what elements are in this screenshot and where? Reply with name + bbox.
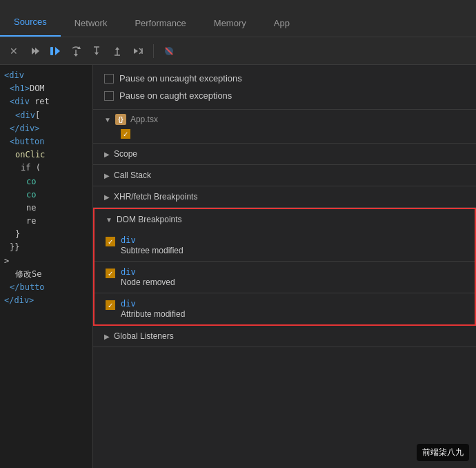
step-over-icon[interactable]: [68, 43, 84, 59]
global-listeners-arrow-icon: ▶: [104, 333, 110, 340]
watermark: 前端柒八九: [417, 444, 469, 461]
callstack-section-title: Call Stack: [114, 170, 151, 180]
scope-section-header[interactable]: ▶ Scope: [93, 144, 476, 165]
main-content: <div <h1>DOM <div ret <div[ </div> <butt…: [0, 65, 476, 468]
svg-marker-13: [134, 48, 138, 54]
code-line: <button: [0, 135, 92, 148]
pause-uncaught-checkbox[interactable]: Pause on uncaught exceptions: [104, 73, 465, 84]
breakpoint-item-1: ✓ div Node removed: [95, 261, 475, 293]
step-out-icon[interactable]: [109, 43, 126, 59]
file-checkbox-checked[interactable]: ✓: [121, 129, 130, 139]
tab-bar: Sources Network Performance Memory App: [0, 0, 476, 37]
code-line: 修改Se: [0, 268, 92, 281]
resume-icon[interactable]: [47, 43, 63, 59]
dom-breakpoints-title: DOM Breakpoints: [117, 215, 182, 224]
callstack-section-header[interactable]: ▶ Call Stack: [93, 165, 476, 186]
checkbox-caught[interactable]: [104, 91, 114, 101]
code-line: re: [0, 215, 92, 228]
code-line: co: [0, 188, 92, 202]
file-name: App.tsx: [130, 115, 158, 124]
svg-marker-3: [55, 47, 60, 55]
svg-marker-8: [95, 52, 99, 55]
file-arrow: ▼: [104, 116, 111, 124]
xhr-arrow-icon: ▶: [104, 193, 110, 201]
long-resume-icon[interactable]: [130, 43, 146, 59]
breakpoint-item-0: ✓ div Subtree modified: [95, 230, 475, 261]
step-into-icon[interactable]: [88, 43, 105, 59]
xhr-section-title: XHR/fetch Breakpoints: [114, 192, 197, 202]
code-line: <div: [0, 69, 92, 82]
bp-checkbox-2[interactable]: ✓: [106, 300, 115, 310]
toolbar-divider: [153, 44, 154, 58]
file-section: ▼ {} App.tsx ✓: [93, 110, 476, 144]
dom-breakpoints-header[interactable]: ▼ DOM Breakpoints: [95, 209, 475, 230]
file-header[interactable]: ▼ {} App.tsx: [104, 114, 465, 125]
svg-rect-2: [50, 47, 53, 55]
pause-caught-checkbox[interactable]: Pause on caught exceptions: [104, 90, 465, 101]
global-listeners-title: Global Listeners: [114, 331, 174, 341]
code-line: ne: [0, 202, 92, 215]
tab-application[interactable]: App: [260, 18, 304, 37]
toolbar: ✕: [0, 37, 476, 65]
deactivate-breakpoints-icon[interactable]: [161, 43, 177, 59]
code-line: <div ret: [0, 95, 92, 108]
dom-breakpoints-body: ✓ div Subtree modified ✓ div Node remove…: [95, 230, 475, 324]
scope-arrow-icon: ▶: [104, 150, 110, 158]
file-type-icon: {}: [115, 114, 126, 125]
code-panel: <div <h1>DOM <div ret <div[ </div> <butt…: [0, 65, 93, 468]
code-line: </butto: [0, 281, 92, 294]
bp-text-2: div Attribute modified: [121, 299, 185, 319]
bp-tag-1: div: [121, 267, 175, 277]
checkboxes-section: Pause on uncaught exceptions Pause on ca…: [93, 65, 476, 110]
svg-marker-1: [35, 48, 39, 55]
svg-marker-6: [74, 54, 78, 57]
pause-caught-label: Pause on caught exceptions: [119, 90, 232, 101]
breakpoint-item-2: ✓ div Attribute modified: [95, 293, 475, 324]
dom-breakpoints-container: ▼ DOM Breakpoints ✓ div Subtree modified…: [93, 208, 476, 326]
bp-text-0: div Subtree modified: [121, 235, 184, 255]
bp-desc-2: Attribute modified: [121, 309, 185, 319]
scope-section-title: Scope: [114, 149, 137, 159]
xhr-section-header[interactable]: ▶ XHR/fetch Breakpoints: [93, 186, 476, 208]
tab-memory[interactable]: Memory: [200, 18, 260, 37]
code-line: if (: [0, 162, 92, 175]
callstack-arrow-icon: ▶: [104, 172, 110, 179]
forward-icon[interactable]: [26, 43, 43, 59]
tab-sources[interactable]: Sources: [0, 17, 61, 37]
code-line: }: [0, 228, 92, 241]
tab-network[interactable]: Network: [61, 18, 121, 37]
checkbox-uncaught[interactable]: [104, 74, 114, 84]
bp-tag-2: div: [121, 299, 185, 309]
svg-marker-11: [115, 47, 119, 50]
file-checkbox-row: ✓: [104, 129, 465, 139]
close-icon[interactable]: ✕: [6, 43, 22, 59]
code-line: </div>: [0, 122, 92, 135]
code-line: <h1>DOM: [0, 82, 92, 95]
code-line: onClic: [0, 148, 92, 162]
bp-text-1: div Node removed: [121, 267, 175, 287]
code-line: co: [0, 175, 92, 188]
right-panel: Pause on uncaught exceptions Pause on ca…: [93, 65, 476, 468]
code-line: </div>: [0, 294, 92, 307]
code-line: <div[: [0, 109, 92, 122]
code-line: }}: [0, 241, 92, 254]
bp-tag-0: div: [121, 235, 184, 245]
global-listeners-section-header[interactable]: ▶ Global Listeners: [93, 326, 476, 347]
pause-uncaught-label: Pause on uncaught exceptions: [119, 73, 242, 84]
bp-checkbox-0[interactable]: ✓: [106, 237, 115, 246]
code-line: >: [0, 255, 92, 268]
bp-desc-1: Node removed: [121, 277, 175, 287]
tab-performance[interactable]: Performance: [121, 18, 199, 37]
bp-checkbox-1[interactable]: ✓: [106, 269, 115, 278]
dom-breakpoints-arrow-icon: ▼: [106, 216, 112, 224]
bp-desc-0: Subtree modified: [121, 246, 184, 255]
